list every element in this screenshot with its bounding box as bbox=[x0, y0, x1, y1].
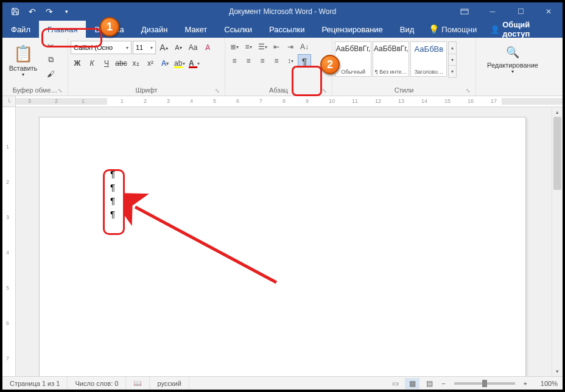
change-case-button[interactable]: Aa bbox=[186, 41, 200, 54]
tab-home[interactable]: Главная bbox=[39, 21, 86, 38]
redo-button[interactable]: ↷ bbox=[41, 4, 57, 19]
ruler-horizontal[interactable]: └ 3211234567891011121314151617 bbox=[2, 96, 563, 107]
bold-button[interactable]: Ж bbox=[71, 57, 84, 70]
zoom-slider[interactable] bbox=[454, 382, 515, 385]
justify-button[interactable]: ≡ bbox=[270, 54, 283, 68]
clear-formatting-button[interactable]: A̷ bbox=[201, 41, 214, 54]
paste-icon: 📋 bbox=[13, 44, 33, 63]
tab-layout[interactable]: Макет bbox=[176, 21, 216, 38]
align-right-button[interactable]: ≡ bbox=[256, 54, 269, 68]
undo-button[interactable]: ↶ bbox=[24, 4, 40, 19]
line-spacing-button[interactable]: ↕▾ bbox=[284, 54, 297, 68]
tab-file[interactable]: Файл bbox=[2, 21, 39, 38]
grow-font-button[interactable]: A▴ bbox=[157, 41, 170, 54]
maximize-button[interactable]: ☐ bbox=[507, 2, 535, 21]
group-paragraph: ≣▾ ≡▾ ☰▾ ⇤ ⇥ A↓ ≡ ≡ ≡ ≡ ↕▾ ¶ Абзац ⤡ bbox=[225, 38, 332, 96]
align-left-button[interactable]: ≡ bbox=[228, 54, 241, 68]
ribbon: 📋 Вставить ▾ ✂ ⧉ 🖌 Буфер обме… ⤡ C bbox=[2, 38, 563, 96]
scroll-up-icon[interactable]: ▴ bbox=[552, 107, 563, 117]
bulb-icon: 💡 bbox=[429, 24, 439, 34]
numbering-button[interactable]: ≡▾ bbox=[242, 40, 255, 54]
pilcrow-mark: ¶ bbox=[110, 194, 525, 208]
tab-view[interactable]: Вид bbox=[391, 21, 423, 38]
paragraph-dialog-launcher[interactable]: ⤡ bbox=[321, 87, 328, 94]
bullets-button[interactable]: ≣▾ bbox=[228, 40, 241, 54]
text-effects-button[interactable]: A▾ bbox=[158, 57, 172, 70]
show-pilcrow-button[interactable]: ¶ bbox=[298, 54, 311, 68]
scroll-thumb[interactable] bbox=[553, 117, 561, 190]
sort-button[interactable]: A↓ bbox=[298, 40, 311, 54]
italic-button[interactable]: К bbox=[85, 57, 99, 70]
style-no-spacing[interactable]: АаБбВвГг, ¶ Без инте… bbox=[373, 41, 409, 77]
status-page[interactable]: Страница 1 из 1 bbox=[2, 377, 68, 390]
paste-button[interactable]: 📋 Вставить ▾ bbox=[5, 39, 41, 83]
scroll-down-icon[interactable]: ▾ bbox=[552, 366, 563, 376]
styles-down-icon[interactable]: ▾ bbox=[449, 54, 456, 66]
page[interactable]: ¶ ¶ ¶ ¶ bbox=[39, 117, 526, 376]
copy-button[interactable]: ⧉ bbox=[44, 53, 57, 66]
group-label-editing bbox=[479, 85, 547, 96]
format-painter-button[interactable]: 🖌 bbox=[44, 67, 57, 80]
document-area: 1234567 ¶ ¶ ¶ ¶ bbox=[2, 107, 552, 376]
shrink-font-button[interactable]: A▾ bbox=[172, 41, 185, 54]
superscript-button[interactable]: x² bbox=[144, 57, 157, 70]
minimize-button[interactable]: ─ bbox=[479, 2, 507, 21]
styles-up-icon[interactable]: ▴ bbox=[449, 42, 456, 54]
zoom-in-button[interactable]: + bbox=[521, 380, 530, 387]
zoom-level[interactable]: 100% bbox=[532, 380, 558, 387]
status-language[interactable]: русский bbox=[150, 377, 189, 390]
styles-scroll[interactable]: ▴ ▾ ▾ bbox=[448, 41, 457, 78]
view-web-button[interactable]: ▤ bbox=[422, 378, 437, 389]
group-font: Calibri (Осно▾ 11▾ A▴ A▾ Aa A̷ Ж К Ч abc… bbox=[68, 38, 225, 96]
vertical-scrollbar[interactable]: ▴ ▾ bbox=[552, 107, 563, 376]
subscript-button[interactable]: x₂ bbox=[129, 57, 142, 70]
zoom-out-button[interactable]: − bbox=[439, 380, 447, 387]
font-dialog-launcher[interactable]: ⤡ bbox=[214, 87, 221, 94]
increase-indent-button[interactable]: ⇥ bbox=[284, 40, 297, 54]
view-print-button[interactable]: ▦ bbox=[405, 378, 419, 389]
group-label-paragraph: Абзац ⤡ bbox=[228, 85, 329, 96]
clipboard-dialog-launcher[interactable]: ⤡ bbox=[57, 87, 64, 94]
font-name-combo[interactable]: Calibri (Осно▾ bbox=[71, 41, 132, 54]
pilcrow-mark: ¶ bbox=[110, 181, 525, 194]
tab-review[interactable]: Рецензирование bbox=[313, 21, 391, 38]
style-normal[interactable]: АаБбВвГг, Обычный bbox=[335, 41, 371, 77]
multilevel-button[interactable]: ☰▾ bbox=[256, 40, 269, 54]
underline-button[interactable]: Ч bbox=[100, 57, 113, 70]
highlight-button[interactable]: ab▾ bbox=[173, 57, 186, 70]
editing-button[interactable]: 🔍 Редактирование ▾ bbox=[483, 39, 542, 80]
ribbon-options-icon[interactable] bbox=[451, 2, 479, 21]
cut-button[interactable]: ✂ bbox=[44, 39, 57, 52]
styles-dialog-launcher[interactable]: ⤡ bbox=[465, 87, 472, 94]
status-words[interactable]: Число слов: 0 bbox=[68, 377, 126, 390]
ruler-corner[interactable]: └ bbox=[2, 96, 16, 107]
tab-mailings[interactable]: Рассылки bbox=[261, 21, 313, 38]
group-label-styles: Стили ⤡ bbox=[335, 85, 473, 96]
save-button[interactable] bbox=[7, 4, 23, 19]
styles-more-icon[interactable]: ▾ bbox=[449, 66, 456, 77]
close-button[interactable]: ✕ bbox=[535, 2, 563, 21]
tab-references[interactable]: Ссылки bbox=[216, 21, 261, 38]
page-content[interactable]: ¶ ¶ ¶ ¶ bbox=[40, 117, 525, 221]
strike-button[interactable]: abc bbox=[114, 57, 128, 70]
pilcrow-mark: ¶ bbox=[110, 208, 525, 221]
ruler-vertical[interactable]: 1234567 bbox=[2, 107, 16, 376]
callout-2: 2 bbox=[320, 55, 340, 74]
group-clipboard: 📋 Вставить ▾ ✂ ⧉ 🖌 Буфер обме… ⤡ bbox=[2, 38, 68, 96]
window-title: Документ Microsoft Word - Word bbox=[229, 7, 336, 16]
font-color-button[interactable]: A▾ bbox=[188, 57, 201, 70]
share-icon: 👤 bbox=[490, 25, 500, 34]
font-size-combo[interactable]: 11▾ bbox=[133, 41, 156, 54]
status-proof[interactable]: 📖 bbox=[126, 377, 150, 390]
qat-customize[interactable]: ▾ bbox=[58, 4, 74, 19]
tab-design[interactable]: Дизайн bbox=[133, 21, 177, 38]
callout-1: 1 bbox=[100, 17, 119, 37]
find-icon: 🔍 bbox=[506, 46, 519, 59]
style-heading1[interactable]: АаБбВв Заголово… bbox=[410, 41, 447, 77]
decrease-indent-button[interactable]: ⇤ bbox=[270, 40, 283, 54]
view-read-button[interactable]: ▭ bbox=[388, 378, 402, 389]
align-center-button[interactable]: ≡ bbox=[242, 54, 255, 68]
tell-me-search[interactable]: 💡Помощни bbox=[423, 21, 483, 38]
share-button[interactable]: 👤Общий доступ bbox=[483, 21, 563, 38]
ribbon-tabs: Файл Главная Вставка Дизайн Макет Ссылки… bbox=[2, 21, 563, 38]
